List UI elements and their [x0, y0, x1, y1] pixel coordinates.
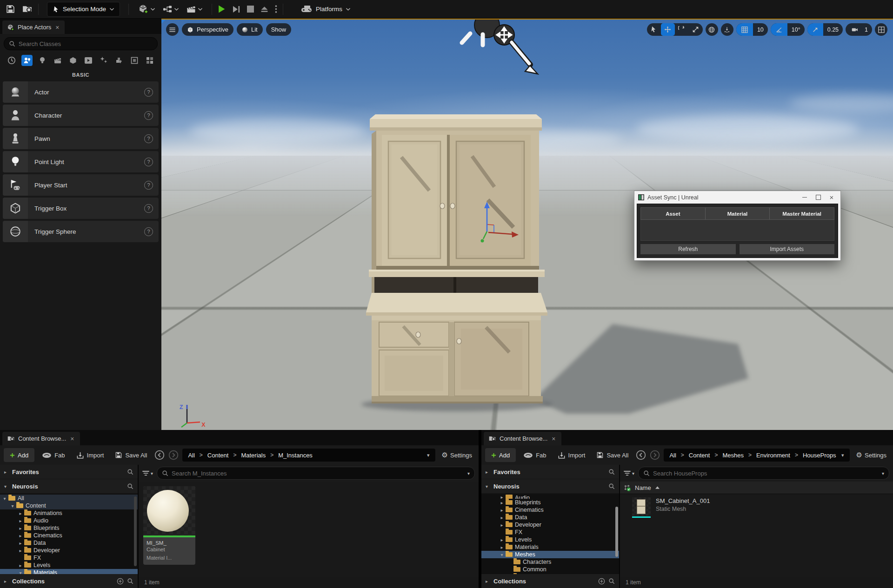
eject-icon[interactable] [260, 6, 268, 13]
search-icon[interactable] [127, 469, 133, 475]
viewport-3d[interactable]: Z X Perspective Lit Show [161, 19, 893, 430]
tree-item-blueprints[interactable]: ▸Blueprints [481, 499, 619, 506]
asset-row-static-mesh[interactable]: SM_Cabinet_A_001 Static Mesh [620, 494, 893, 518]
platforms-dropdown[interactable]: Platforms [301, 5, 350, 13]
tree-expander-icon[interactable]: ▸ [499, 508, 505, 513]
tree-item-audio[interactable]: ▸Audio [481, 495, 619, 499]
close-icon[interactable]: × [826, 193, 837, 202]
media-icon[interactable] [83, 55, 94, 66]
tree-expander-icon[interactable]: ▸ [499, 537, 505, 542]
import-button[interactable]: Import [73, 448, 108, 462]
back-icon[interactable] [636, 450, 646, 460]
breadcrumb-item[interactable]: Content [207, 452, 229, 459]
import-assets-button[interactable]: Import Assets [740, 244, 835, 254]
tree-item-enemies[interactable]: Enemies [481, 573, 619, 574]
tree-item-meshes[interactable]: ▾Meshes [481, 551, 619, 558]
asset-sync-titlebar[interactable]: Asset Sync | Unreal × [634, 191, 840, 204]
tree-expander-icon[interactable]: ▾ [18, 570, 23, 575]
tree-item-levels[interactable]: ▸Levels [0, 562, 138, 569]
tree-expander-icon[interactable]: ▸ [499, 545, 505, 550]
tree-item-audio[interactable]: ▸Audio [0, 517, 138, 524]
add-actor-dropdown[interactable] [138, 4, 155, 14]
tab-place-actors[interactable]: Place Actors × [2, 20, 65, 34]
add-collection-icon[interactable] [117, 578, 124, 585]
select-tool-button[interactable] [647, 23, 661, 36]
tree-expander-icon[interactable]: ▸ [499, 522, 505, 528]
place-actors-item-pawn[interactable]: Pawn? [3, 128, 159, 149]
project-section[interactable]: ▾Neurosis [481, 479, 619, 493]
breadcrumb-item[interactable]: M_Instances [278, 452, 313, 459]
place-actors-item-point-light[interactable]: Point Light? [3, 151, 159, 172]
tree-expander-icon[interactable]: ▾ [499, 552, 505, 557]
close-icon[interactable]: × [69, 435, 75, 443]
breadcrumb-item[interactable]: Meshes [722, 452, 744, 459]
save-all-button[interactable]: Save All [111, 448, 151, 462]
place-actors-item-trigger-sphere[interactable]: Trigger Sphere? [3, 221, 159, 242]
lights-icon[interactable] [37, 55, 48, 66]
close-icon[interactable]: × [551, 435, 556, 443]
tree-item-fx[interactable]: FX [0, 554, 138, 562]
tree-item-characters[interactable]: Characters [481, 558, 619, 566]
tree-expander-icon[interactable]: ▸ [18, 518, 23, 523]
recent-icon[interactable] [6, 55, 17, 66]
breadcrumb-item[interactable]: All [669, 452, 676, 459]
forward-icon[interactable] [650, 450, 660, 460]
collections-section[interactable]: ▸Collections [481, 574, 619, 588]
tree-expander-icon[interactable]: ▸ [499, 515, 505, 520]
world-local-toggle[interactable] [706, 23, 718, 36]
volumes-icon[interactable] [129, 55, 140, 66]
collections-section[interactable]: ▸Collections [0, 574, 138, 588]
search-classes-input[interactable]: Search Classes [4, 37, 158, 50]
name-column-header[interactable]: Name [635, 484, 651, 491]
tree-item-blueprints[interactable]: ▸Blueprints [0, 524, 138, 532]
favorites-section[interactable]: ▸Favorites [0, 465, 138, 479]
search-icon[interactable] [608, 469, 615, 475]
tree-expander-icon[interactable]: ▸ [18, 511, 23, 516]
scale-tool-button[interactable] [689, 23, 703, 36]
selection-mode-dropdown[interactable]: Selection Mode [47, 2, 120, 17]
tree-item-animations[interactable]: ▸Animations [0, 509, 138, 517]
tab-content-browser[interactable]: Content Browse... × [2, 432, 80, 445]
tree-expander-icon[interactable]: ▸ [499, 500, 505, 505]
search-icon[interactable] [608, 483, 615, 489]
play-icon[interactable] [218, 5, 226, 13]
camera-speed-button[interactable] [846, 23, 860, 36]
tree-item-developer[interactable]: ▸Developer [0, 547, 138, 554]
tree-item-levels[interactable]: ▸Levels [481, 536, 619, 543]
tree-item-cinematics[interactable]: ▸Cinematics [481, 506, 619, 514]
tab-content-browser[interactable]: Content Browse... × [484, 432, 561, 445]
close-icon[interactable]: × [54, 24, 60, 31]
save-icon[interactable] [6, 4, 15, 14]
chevron-down-icon[interactable]: ▾ [467, 471, 470, 476]
cinematic-icon[interactable] [52, 55, 63, 66]
search-icon[interactable] [127, 483, 133, 489]
tree-expander-icon[interactable]: ▸ [499, 495, 505, 499]
save-all-button[interactable]: Save All [593, 448, 632, 462]
tree-item-all[interactable]: ▾All [0, 495, 138, 502]
geometry-icon[interactable] [113, 55, 125, 66]
search-assets-input[interactable]: Search M_Instances ▾ [157, 467, 475, 480]
tree-expander-icon[interactable]: ▸ [18, 526, 23, 531]
viewport-menu-button[interactable] [166, 23, 179, 36]
fab-button[interactable]: Fab [38, 448, 68, 462]
add-button[interactable]: Add [4, 448, 34, 462]
place-actors-item-player-start[interactable]: Player Start? [3, 174, 159, 196]
shapes-icon[interactable] [67, 55, 79, 66]
tree-item-fx[interactable]: FX [481, 529, 619, 536]
camera-speed-value[interactable]: 1 [860, 23, 872, 36]
grid-snap-toggle[interactable] [736, 23, 753, 36]
add-collection-icon[interactable] [598, 578, 605, 585]
tree-expander-icon[interactable]: ▸ [18, 563, 23, 568]
import-button[interactable]: Import [554, 448, 589, 462]
grid-snap-value[interactable]: 10 [753, 23, 768, 36]
tree-item-materials[interactable]: ▾Materials [0, 569, 138, 574]
settings-button[interactable]: ⚙ Settings [853, 451, 889, 459]
place-actors-item-trigger-box[interactable]: Trigger Box? [3, 198, 159, 219]
tree-item-common[interactable]: Common [481, 566, 619, 573]
tree-expander-icon[interactable]: ▸ [18, 533, 23, 538]
chevron-down-icon[interactable]: ▾ [841, 452, 844, 458]
place-actors-item-actor[interactable]: Actor? [3, 81, 159, 103]
forward-icon[interactable] [168, 450, 179, 460]
filter-button[interactable]: ▾ [624, 470, 634, 476]
scale-snap-toggle[interactable] [807, 23, 823, 36]
